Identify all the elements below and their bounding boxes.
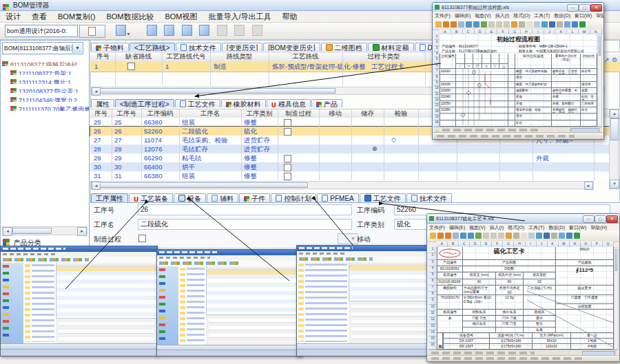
mfg-checkbox[interactable] [284, 164, 291, 171]
toolbar-icon[interactable] [534, 21, 540, 28]
column-letter[interactable]: P [592, 242, 603, 247]
row-number[interactable]: 16 [428, 343, 437, 349]
column-header[interactable]: 移动 [319, 109, 352, 118]
tab-item[interactable]: 产品 [311, 99, 342, 107]
mfg-checkbox[interactable] [284, 173, 291, 180]
row-number[interactable]: 15 [428, 336, 437, 343]
row-number[interactable]: 15 [434, 115, 440, 120]
toolbar-icon[interactable] [574, 233, 580, 239]
column-letter[interactable]: F [497, 30, 509, 34]
toolbar-icon[interactable] [549, 21, 555, 28]
tree-item[interactable]: 7121104346:弹簧:0.2 [10, 93, 89, 102]
menu-item[interactable]: 批量导入/导出工具 [203, 11, 277, 23]
minimize-button[interactable]: — [567, 4, 579, 12]
tab-item[interactable]: PFMEA [317, 193, 358, 202]
tools-icon[interactable]: ⚙ [612, 56, 617, 63]
quick-nav-icon[interactable]: ↗ [604, 56, 610, 63]
toolbar-icon[interactable] [443, 21, 449, 28]
column-letter[interactable]: F [492, 242, 503, 247]
tab-item[interactable]: [变更历史] [222, 43, 263, 51]
row-number[interactable]: 13 [428, 324, 437, 330]
toolbar-icon[interactable] [521, 233, 527, 239]
row-number[interactable]: 4 [434, 52, 440, 57]
tree-item[interactable]: 8113108377:曲轴后油封 [2, 57, 89, 66]
column-letter[interactable]: Q [603, 242, 614, 247]
row-number[interactable]: 8 [434, 75, 440, 81]
row-number[interactable]: 14 [428, 330, 437, 336]
column-letter[interactable]: C [459, 242, 470, 247]
toolbar-icon[interactable] [445, 233, 451, 239]
menu-item[interactable]: 查看 [26, 11, 52, 23]
row-number[interactable]: 10 [434, 86, 440, 92]
tab-active[interactable]: <制造工序过程> [115, 99, 174, 107]
column-letter[interactable]: A [440, 30, 451, 34]
mfg-checkbox[interactable] [284, 119, 291, 127]
toolbar-icon[interactable] [579, 21, 586, 28]
toolbar-icon[interactable] [451, 21, 457, 28]
copy-icon[interactable] [147, 25, 157, 36]
tab-item[interactable]: 技术文件 [176, 43, 221, 51]
row-number[interactable]: 1 [434, 34, 440, 40]
column-letter[interactable]: M [559, 242, 570, 247]
toolbar-icon[interactable] [458, 21, 464, 28]
row-number[interactable]: 8 [428, 292, 437, 298]
toolbar-icon[interactable] [566, 233, 572, 239]
toolbar-icon[interactable] [437, 233, 444, 239]
row-number[interactable]: 10 [428, 305, 437, 311]
process-table-hscrollbar[interactable]: ◄ ► [91, 181, 594, 189]
toolbar-icon[interactable] [528, 233, 535, 239]
column-header[interactable]: 工艺路线 [269, 52, 343, 61]
toolbar-icon[interactable] [544, 233, 550, 239]
menu-item[interactable]: BOM视图 [159, 11, 203, 23]
tab-item[interactable]: 技术文件 [406, 193, 452, 202]
tab-item[interactable]: 控制计划 [271, 193, 316, 202]
menu-item[interactable]: 设计 [0, 11, 26, 23]
column-header[interactable]: 序号 [91, 52, 116, 61]
flow-chart-window[interactable]: 8113108377初始过程流程图.xls — ▢ ✕ 文件(F)编辑(E)视图… [432, 2, 604, 140]
tab-item[interactable]: 属性 [91, 99, 114, 107]
toolbar-icon[interactable] [559, 233, 565, 239]
mfg-checkbox[interactable] [284, 128, 291, 136]
toolbar-icon[interactable] [551, 233, 557, 239]
toolbar-icon[interactable] [519, 21, 525, 28]
column-letter[interactable]: G [503, 242, 514, 247]
toolbar-icon[interactable] [496, 21, 502, 28]
toolbar-icon[interactable] [430, 233, 436, 239]
toolbar-icon[interactable] [460, 233, 466, 239]
column-letter[interactable]: N [570, 242, 581, 247]
toolbar-icon[interactable] [506, 233, 512, 239]
column-header[interactable]: 过程卡类型 [342, 52, 426, 61]
toolbar-icon[interactable] [564, 21, 570, 28]
column-letter[interactable]: H [514, 242, 525, 247]
thumbnail-window-tooling[interactable] [0, 246, 158, 356]
tab-item[interactable]: 工艺文件 [175, 99, 220, 107]
tab-item[interactable]: 辅料 [207, 193, 238, 202]
column-letter[interactable]: B [451, 30, 463, 34]
op-name-field[interactable]: 二段硫化 [138, 219, 352, 230]
column-letter[interactable]: L [567, 30, 579, 34]
column-header[interactable]: 序号 [90, 109, 112, 118]
toolbar-icon[interactable] [473, 21, 479, 28]
toolbar-icon[interactable] [557, 21, 563, 28]
mfg-checkbox[interactable] [138, 235, 146, 242]
thumbnail-window-pfmea[interactable] [296, 245, 432, 356]
row-number[interactable]: 16 [434, 120, 440, 126]
toolbar-icon[interactable] [526, 21, 533, 28]
column-letter[interactable]: M [579, 30, 590, 34]
toolbar-icon[interactable] [453, 233, 459, 239]
tree-item[interactable]: 1311112314:唇片:1 [10, 75, 89, 84]
tree-item[interactable]: 7111111370.70氟乙烯丙烯酸酯 [10, 102, 89, 111]
column-letter[interactable]: I [533, 30, 544, 34]
scroll-left-icon[interactable]: ◄ [3, 227, 12, 236]
menu-item[interactable]: BOM复制() [52, 11, 101, 23]
tab-item[interactable]: 二维图档 [321, 43, 367, 51]
tree-hscrollbar[interactable]: ◄ ► [2, 226, 87, 235]
column-letter[interactable]: A [437, 242, 448, 247]
toolbar-icon[interactable] [475, 233, 482, 239]
column-header[interactable]: 制造过程 [278, 109, 320, 118]
toolbar-icon[interactable] [466, 21, 472, 28]
toolbar-icon[interactable] [504, 21, 510, 28]
copy-tool-button[interactable]: ▼ [116, 25, 136, 36]
toolbar-icon[interactable] [435, 21, 442, 28]
copy-icon[interactable] [164, 25, 174, 36]
